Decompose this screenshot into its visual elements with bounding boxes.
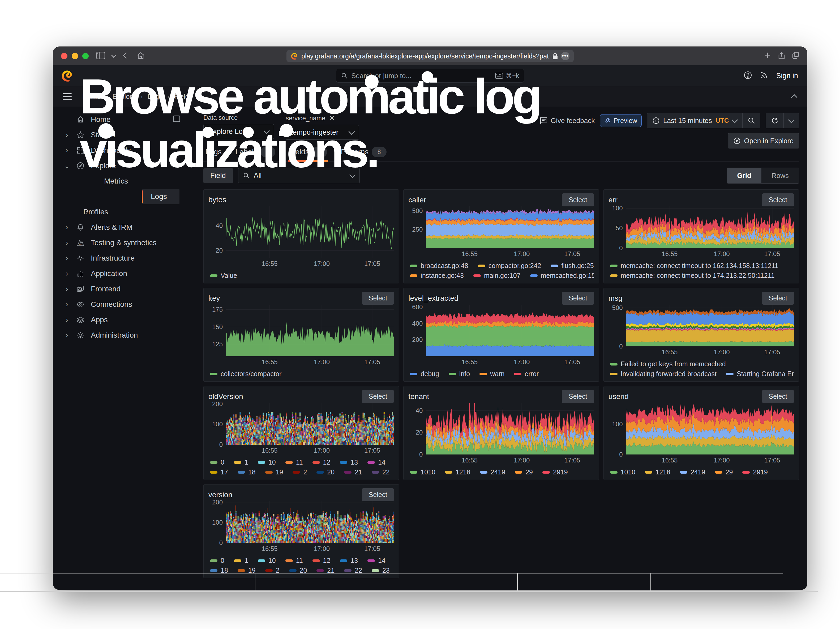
select-button[interactable]: Select bbox=[762, 193, 794, 206]
legend-item[interactable]: error bbox=[514, 370, 539, 378]
sidebar-item-infrastructure[interactable]: ›Infrastructure bbox=[53, 250, 196, 266]
legend-item[interactable]: 29 bbox=[515, 468, 533, 476]
new-tab-icon[interactable] bbox=[764, 52, 771, 60]
legend-item[interactable]: 14 bbox=[368, 557, 385, 564]
legend-item[interactable]: main.go:107 bbox=[474, 272, 521, 280]
sign-in-button[interactable]: Sign in bbox=[776, 72, 798, 80]
chart-plot[interactable] bbox=[426, 206, 594, 248]
legend-item[interactable]: 0 bbox=[210, 557, 224, 564]
legend-item[interactable]: 2919 bbox=[542, 468, 568, 476]
sidebar-item-testing-synthetics[interactable]: ›k6Testing & synthetics bbox=[53, 235, 196, 250]
legend-item[interactable]: 17 bbox=[210, 468, 228, 476]
refresh-button[interactable] bbox=[766, 113, 783, 128]
legend-item[interactable]: 20 bbox=[316, 468, 335, 476]
legend-item[interactable]: Starting Grafana Enterpri bbox=[726, 370, 794, 378]
close-window-button[interactable] bbox=[61, 53, 68, 59]
sidebar-item-administration[interactable]: ›Administration bbox=[53, 327, 196, 343]
layout-option-rows[interactable]: Rows bbox=[761, 168, 799, 183]
maximize-window-button[interactable] bbox=[82, 53, 89, 59]
back-button[interactable] bbox=[122, 52, 127, 60]
url-more-icon[interactable]: ••• bbox=[561, 52, 570, 60]
chart-plot[interactable] bbox=[426, 403, 594, 455]
sidebar-toggle-icon[interactable] bbox=[96, 52, 105, 60]
legend-item[interactable]: Invalidating forwarded broadcast bbox=[610, 370, 717, 378]
grafana-logo[interactable] bbox=[61, 70, 73, 82]
select-button[interactable]: Select bbox=[362, 488, 394, 501]
legend-item[interactable]: warn bbox=[480, 370, 504, 378]
zoom-out-button[interactable] bbox=[742, 113, 760, 128]
legend-item[interactable]: 29 bbox=[715, 468, 733, 476]
select-button[interactable]: Select bbox=[562, 292, 594, 305]
chevron-right-icon[interactable]: › bbox=[61, 269, 73, 278]
open-in-explore-button[interactable]: Open in Explore bbox=[728, 133, 799, 149]
chart-plot[interactable] bbox=[626, 403, 794, 455]
legend-item[interactable]: 2 bbox=[292, 468, 307, 476]
legend-item[interactable]: broadcast.go:48 bbox=[410, 262, 468, 270]
chevron-down-icon[interactable]: ⌄ bbox=[61, 161, 73, 170]
legend-item[interactable]: info bbox=[449, 370, 470, 378]
legend-item[interactable]: debug bbox=[410, 370, 439, 378]
chevron-down-icon[interactable] bbox=[111, 53, 116, 58]
chevron-right-icon[interactable]: › bbox=[61, 239, 73, 247]
sidebar-item-apps[interactable]: ›Apps bbox=[53, 312, 196, 327]
legend-item[interactable]: 1010 bbox=[610, 468, 636, 476]
time-range-button[interactable]: Last 15 minutes UTC bbox=[647, 113, 742, 128]
legend-item[interactable]: 2419 bbox=[480, 468, 505, 476]
sidebar-item-connections[interactable]: ›Connections bbox=[53, 297, 196, 312]
news-rss-icon[interactable] bbox=[760, 71, 768, 80]
chart-plot[interactable] bbox=[626, 305, 794, 346]
legend-item[interactable]: 12 bbox=[313, 557, 330, 564]
select-button[interactable]: Select bbox=[562, 390, 594, 403]
mega-menu-icon[interactable] bbox=[63, 93, 72, 100]
legend-item[interactable]: 13 bbox=[340, 458, 358, 466]
chart-plot[interactable] bbox=[226, 206, 394, 258]
legend-item[interactable]: 1 bbox=[234, 458, 248, 466]
legend-item[interactable]: 0 bbox=[210, 458, 224, 466]
legend-item[interactable]: 10 bbox=[258, 557, 276, 564]
legend-item[interactable]: Value bbox=[210, 272, 237, 280]
select-button[interactable]: Select bbox=[362, 292, 394, 305]
select-button[interactable]: Select bbox=[562, 193, 594, 206]
chevron-right-icon[interactable]: › bbox=[61, 285, 73, 293]
legend-item[interactable]: 10 bbox=[258, 458, 276, 466]
legend-item[interactable]: 1218 bbox=[645, 468, 670, 476]
chevron-right-icon[interactable]: › bbox=[61, 254, 73, 262]
chevron-right-icon[interactable]: › bbox=[61, 223, 73, 232]
chart-plot[interactable] bbox=[226, 501, 394, 543]
legend-item[interactable]: 11 bbox=[286, 458, 303, 466]
chevron-right-icon[interactable]: › bbox=[61, 316, 73, 324]
sidebar-item-profiles[interactable]: ›Profiles bbox=[53, 204, 196, 220]
legend-item[interactable]: 1 bbox=[234, 557, 248, 564]
share-icon[interactable] bbox=[778, 52, 785, 60]
layout-option-grid[interactable]: Grid bbox=[727, 168, 761, 183]
legend-item[interactable]: instance.go:43 bbox=[410, 272, 464, 280]
legend-item[interactable]: 2919 bbox=[742, 468, 768, 476]
chevron-right-icon[interactable]: › bbox=[61, 300, 73, 309]
legend-item[interactable]: Failed to get keys from memcached bbox=[610, 360, 726, 368]
url-bar[interactable]: play.grafana.org/a/grafana-lokiexplore-a… bbox=[286, 50, 574, 62]
select-button[interactable]: Select bbox=[362, 390, 394, 403]
legend-item[interactable]: 12 bbox=[313, 458, 330, 466]
home-button[interactable] bbox=[137, 52, 145, 60]
chevron-right-icon[interactable]: › bbox=[61, 146, 73, 155]
legend-item[interactable]: memcached.go:153 bbox=[530, 272, 594, 280]
legend-item[interactable]: memcache: connect timeout to 174.213.22.… bbox=[610, 272, 775, 280]
legend-item[interactable]: 14 bbox=[368, 458, 385, 466]
give-feedback-link[interactable]: Give feedback bbox=[540, 117, 595, 125]
chart-plot[interactable] bbox=[626, 206, 794, 248]
legend-item[interactable]: 11 bbox=[286, 557, 303, 564]
collapse-chevron-icon[interactable] bbox=[791, 94, 797, 100]
select-button[interactable]: Select bbox=[762, 292, 794, 305]
refresh-interval-button[interactable] bbox=[783, 113, 799, 128]
sidebar-item-frontend[interactable]: ›Frontend bbox=[53, 281, 196, 297]
legend-item[interactable]: collectors/compactor bbox=[210, 370, 281, 378]
legend-item[interactable]: 22 bbox=[372, 468, 390, 476]
chevron-right-icon[interactable]: › bbox=[61, 331, 73, 340]
chevron-right-icon[interactable]: › bbox=[61, 131, 73, 139]
legend-item[interactable]: 13 bbox=[340, 557, 358, 564]
sidebar-item-application[interactable]: ›Application bbox=[53, 266, 196, 281]
chart-plot[interactable] bbox=[226, 305, 394, 356]
sidebar-item-logs[interactable]: Logs bbox=[142, 189, 180, 204]
chart-plot[interactable] bbox=[426, 305, 594, 356]
legend-item[interactable]: memcache: connect timeout to 162.134.158… bbox=[610, 262, 778, 270]
